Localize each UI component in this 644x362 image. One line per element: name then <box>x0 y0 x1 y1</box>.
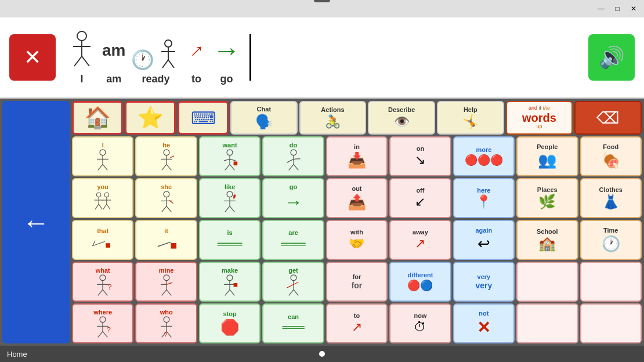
cell-here-label: here <box>477 187 490 194</box>
cell-she[interactable]: she <box>135 178 197 218</box>
svg-line-32 <box>288 165 293 171</box>
help-icon: 🤸 <box>462 114 478 129</box>
cell-school[interactable]: School 🏫 <box>516 220 578 260</box>
cell-for[interactable]: for for <box>326 262 388 302</box>
cell-out[interactable]: out 📤 <box>326 178 388 218</box>
nav-words-button[interactable]: and it the words up <box>506 101 573 135</box>
svg-point-15 <box>164 150 169 155</box>
svg-point-78 <box>291 275 296 281</box>
cell-i-label: I <box>102 142 104 149</box>
cell-with[interactable]: with 🤝 <box>326 220 388 260</box>
main-area: ← 🏠 ⭐ ⌨ Chat 🗣️ Actions <box>0 99 644 346</box>
cell-empty-4[interactable] <box>580 303 642 343</box>
svg-line-63 <box>98 290 103 296</box>
svg-text:?: ? <box>107 325 111 334</box>
svg-point-39 <box>104 193 109 197</box>
nav-delete-button[interactable]: ⌫ <box>574 101 642 135</box>
cell-get[interactable]: get <box>262 262 324 302</box>
cell-on[interactable]: on ↘ <box>389 136 451 176</box>
cell-off[interactable]: off ↙ <box>389 178 451 218</box>
cell-that-icon <box>92 235 114 252</box>
cell-for-icon: for <box>352 281 363 290</box>
cell-clothes[interactable]: Clothes 👗 <box>580 178 642 218</box>
grid-row-1: you she <box>72 178 642 218</box>
svg-point-72 <box>227 275 233 281</box>
svg-rect-27 <box>234 162 238 166</box>
cell-you[interactable]: you <box>72 178 133 218</box>
cell-who[interactable]: who ? <box>135 303 197 343</box>
cell-different[interactable]: different 🔴🔵 <box>389 262 451 302</box>
cell-time[interactable]: Time 🕐 <box>580 220 642 260</box>
nav-describe-button[interactable]: Describe 👁️ <box>368 101 435 135</box>
cell-places[interactable]: Places 🌿 <box>516 178 578 218</box>
title-bar-title <box>314 0 330 2</box>
svg-line-71 <box>167 290 171 296</box>
cell-here[interactable]: here 📍 <box>453 178 515 218</box>
cell-on-icon: ↘ <box>415 153 425 168</box>
sentence-label-ready: ready <box>142 73 169 85</box>
cell-now-icon: ⏱ <box>414 320 426 335</box>
cell-people[interactable]: People 👥 <box>516 136 578 176</box>
cell-stop[interactable]: stop 🛑 <box>199 303 261 343</box>
cell-that[interactable]: that <box>72 220 133 260</box>
cell-food[interactable]: Food 🍖 <box>580 136 642 176</box>
cell-mine-icon <box>155 274 178 296</box>
title-bar: — □ ✕ <box>0 0 644 17</box>
cell-are[interactable]: are ═══ <box>262 220 324 260</box>
cell-to[interactable]: to ↗ <box>326 303 388 343</box>
cell-out-label: out <box>352 185 361 193</box>
cell-go[interactable]: go → <box>262 178 324 218</box>
cell-where[interactable]: where ? <box>72 303 133 343</box>
cell-what[interactable]: what ? <box>72 262 133 302</box>
cell-off-label: off <box>416 187 424 194</box>
cell-away[interactable]: away ↗ <box>389 220 451 260</box>
cell-do-label: do <box>290 142 297 149</box>
svg-point-66 <box>164 275 169 281</box>
cell-i[interactable]: I <box>72 136 133 176</box>
cell-do[interactable]: do <box>262 136 324 176</box>
nav-home-button[interactable]: 🏠 <box>72 101 123 135</box>
cell-not[interactable]: not ✕ <box>453 303 515 343</box>
nav-keyboard-button[interactable]: ⌨ <box>178 101 229 135</box>
sentence-word-i: I <box>67 30 96 85</box>
cell-places-label: Places <box>537 186 558 194</box>
back-button[interactable]: ← <box>2 101 70 343</box>
cell-it[interactable]: it <box>135 220 197 260</box>
close-button[interactable]: ✕ <box>628 3 639 15</box>
cell-go-label: go <box>290 183 297 191</box>
maximize-button[interactable]: □ <box>612 3 623 15</box>
cell-want[interactable]: want <box>199 136 261 176</box>
cell-away-label: away <box>413 229 428 236</box>
cell-with-icon: 🤝 <box>349 236 364 251</box>
cell-very[interactable]: very very <box>453 262 515 302</box>
grid-area: 🏠 ⭐ ⌨ Chat 🗣️ Actions 🚴 Describe <box>72 101 642 343</box>
cell-empty-2[interactable] <box>580 262 642 302</box>
cell-can[interactable]: can ═══ <box>262 303 324 343</box>
cell-empty-3[interactable] <box>516 303 578 343</box>
nav-chat-button[interactable]: Chat 🗣️ <box>230 101 298 135</box>
cell-like[interactable]: like <box>199 178 261 218</box>
cell-now[interactable]: now ⏱ <box>389 303 451 343</box>
speak-button[interactable]: 🔊 <box>588 34 635 81</box>
svg-line-30 <box>287 159 294 162</box>
nav-actions-button[interactable]: Actions 🚴 <box>299 101 367 135</box>
svg-line-76 <box>230 290 234 296</box>
cell-where-label: where <box>93 309 112 316</box>
clear-button[interactable]: ✕ <box>9 34 56 81</box>
cell-make[interactable]: make <box>199 262 261 302</box>
cell-he-label: he <box>162 142 170 149</box>
cell-is-icon: ═══ <box>218 237 243 251</box>
cell-mine[interactable]: mine <box>135 262 197 302</box>
cell-he[interactable]: he <box>135 136 197 176</box>
cell-empty-1[interactable] <box>516 262 578 302</box>
minimize-button[interactable]: — <box>595 3 607 15</box>
cell-in[interactable]: in 📥 <box>326 136 388 176</box>
svg-line-58 <box>157 242 171 247</box>
cell-is[interactable]: is ═══ <box>199 220 261 260</box>
cell-again[interactable]: again ↩ <box>453 220 515 260</box>
nav-help-button[interactable]: Help 🤸 <box>437 101 504 135</box>
svg-line-4 <box>82 56 89 66</box>
nav-favorites-button[interactable]: ⭐ <box>125 101 176 135</box>
cell-more[interactable]: more 🔴🔴🔴 <box>453 136 515 176</box>
svg-line-37 <box>95 204 99 209</box>
